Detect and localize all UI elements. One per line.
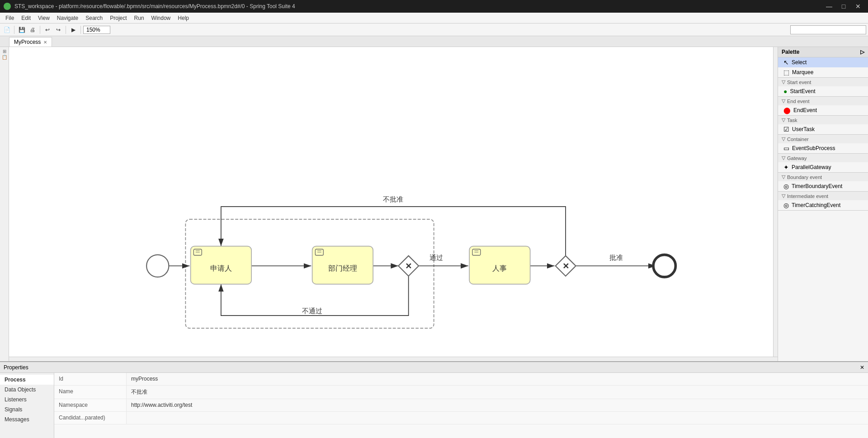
end-event-label: EndEvent <box>793 107 817 113</box>
timer-boundary-event-item[interactable]: ◎ TimerBoundaryEvent <box>778 181 868 191</box>
boundary-event-header[interactable]: ▽ Boundary event <box>778 173 868 181</box>
palette-expand-icon[interactable]: ▷ <box>860 49 864 55</box>
close-button[interactable]: ✕ <box>852 2 864 11</box>
palette-panel: Palette ▷ ↖ Select ⬚ Marquee ▽ Start eve… <box>778 47 868 361</box>
gateway-header-label: Gateway <box>787 155 807 161</box>
prop-tab-process[interactable]: Process <box>0 375 54 385</box>
undo-button[interactable]: ↩ <box>42 25 52 35</box>
task-bumenjingli-label: 部门经理 <box>328 264 357 272</box>
end-event-header[interactable]: ▽ End event <box>778 97 868 105</box>
task-section: ▽ Task ☑ UserTask <box>778 116 868 135</box>
prop-label-candidat: Candidat...parated) <box>54 412 127 424</box>
new-button[interactable]: 📄 <box>2 25 12 35</box>
marquee-tool[interactable]: ⬚ Marquee <box>778 67 868 77</box>
vertical-scrollbar[interactable] <box>773 47 778 357</box>
prop-value-id[interactable]: myProcess <box>127 373 868 385</box>
task-header[interactable]: ▽ Task <box>778 116 868 124</box>
tab-myprocess[interactable]: MyProcess ✕ <box>9 37 52 47</box>
maximize-button[interactable]: □ <box>837 2 850 11</box>
end-event-collapse-icon: ▽ <box>782 98 785 104</box>
timer-catching-icon: ◎ <box>783 202 789 209</box>
menu-item-run[interactable]: Run <box>131 14 148 22</box>
close-properties-icon[interactable]: ✕ <box>860 364 864 371</box>
end-event-item[interactable]: ⬤ EndEvent <box>778 105 868 115</box>
start-event-icon: ● <box>783 88 787 95</box>
palette-title: Palette <box>782 49 799 55</box>
menubar: FileEditViewNavigateSearchProjectRunWind… <box>0 13 868 24</box>
horizontal-scrollbar[interactable] <box>9 357 778 361</box>
flow-label-pizhun: 批准 <box>609 254 623 261</box>
parallel-gateway-item[interactable]: ✦ ParallelGateway <box>778 162 868 172</box>
prop-tab-signals[interactable]: Signals <box>0 405 54 414</box>
palette-header: Palette ▷ <box>778 47 868 57</box>
menu-item-project[interactable]: Project <box>106 14 130 22</box>
start-event-shape[interactable] <box>146 255 169 277</box>
end-event-header-label: End event <box>787 99 810 104</box>
prop-row-name: Name 不批准 <box>54 386 868 399</box>
toolbar-separator-2 <box>40 26 40 34</box>
prop-tab-data-objects[interactable]: Data Objects <box>0 385 54 395</box>
redo-button[interactable]: ↪ <box>53 25 63 35</box>
boundary-event-collapse-icon: ▽ <box>782 174 785 180</box>
diagram-svg: 通过 批准 不通过 不批准 申请人 部门经理 <box>9 47 778 361</box>
menu-item-navigate[interactable]: Navigate <box>53 14 82 22</box>
menu-item-view[interactable]: View <box>34 14 53 22</box>
intermediate-event-header-label: Intermediate event <box>787 193 828 199</box>
timer-catching-event-item[interactable]: ◎ TimerCatchingEvent <box>778 200 868 210</box>
menu-item-window[interactable]: Window <box>148 14 175 22</box>
bottom-toolbar: Properties ✕ <box>0 362 868 373</box>
menu-item-help[interactable]: Help <box>174 14 193 22</box>
gateway-collapse-icon: ▽ <box>782 155 785 161</box>
prop-value-namespace[interactable]: http://www.activiti.org/test <box>127 399 868 411</box>
titlebar: STS_workspace - platform:/resource/flowa… <box>0 0 868 13</box>
timer-boundary-icon: ◎ <box>783 183 789 190</box>
quick-access-input[interactable] <box>790 25 866 34</box>
prop-label-namespace: Namespace <box>54 399 127 411</box>
end-event-shape[interactable] <box>653 255 675 277</box>
prop-value-candidat[interactable] <box>127 412 868 424</box>
gateway2-icon: ✕ <box>562 262 569 271</box>
prop-row-candidat: Candidat...parated) <box>54 412 868 424</box>
gateway-header[interactable]: ▽ Gateway <box>778 154 868 162</box>
zoom-level[interactable]: 150% <box>83 26 110 34</box>
start-event-collapse-icon: ▽ <box>782 79 785 85</box>
start-event-label: StartEvent <box>790 88 815 94</box>
prop-value-name[interactable]: 不批准 <box>127 386 868 399</box>
toolbar-separator-3 <box>66 26 66 34</box>
prop-label-name: Name <box>54 386 127 399</box>
minimize-button[interactable]: — <box>823 2 835 11</box>
prop-tab-listeners[interactable]: Listeners <box>0 395 54 405</box>
menu-item-edit[interactable]: Edit <box>18 14 34 22</box>
print-button[interactable]: 🖨 <box>28 25 38 35</box>
bottom-panel: Properties ✕ Process Data Objects Listen… <box>0 361 868 438</box>
start-event-header[interactable]: ▽ Start event <box>778 78 868 86</box>
gateway1-icon: ✕ <box>405 262 412 271</box>
task-header-label: Task <box>787 118 797 123</box>
select-icon: ↖ <box>783 59 789 66</box>
prop-tab-messages[interactable]: Messages <box>0 414 54 424</box>
intermediate-event-header[interactable]: ▽ Intermediate event <box>778 192 868 200</box>
sidebar-icon-2: 📋 <box>2 55 7 60</box>
tab-close-icon[interactable]: ✕ <box>43 40 47 45</box>
container-header-label: Container <box>787 137 809 142</box>
event-subprocess-item[interactable]: ▭ EventSubProcess <box>778 143 868 153</box>
left-sidebar: ⊞ 📋 <box>0 47 9 361</box>
container-section: ▽ Container ▭ EventSubProcess <box>778 135 868 154</box>
flow-label-bupizhun: 不批准 <box>383 196 404 203</box>
intermediate-event-section: ▽ Intermediate event ◎ TimerCatchingEven… <box>778 192 868 211</box>
flow-label-butonguo: 不通过 <box>302 307 322 315</box>
start-event-item[interactable]: ● StartEvent <box>778 86 868 96</box>
save-button[interactable]: 💾 <box>17 25 27 35</box>
container-header[interactable]: ▽ Container <box>778 135 868 143</box>
end-event-section: ▽ End event ⬤ EndEvent <box>778 97 868 116</box>
boundary-event-section: ▽ Boundary event ◎ TimerBoundaryEvent <box>778 173 868 192</box>
user-task-item[interactable]: ☑ UserTask <box>778 124 868 134</box>
titlebar-text: STS_workspace - platform:/resource/flowa… <box>14 3 819 9</box>
start-event-header-label: Start event <box>787 80 811 85</box>
run-button[interactable]: ▶ <box>68 25 78 35</box>
menu-item-search[interactable]: Search <box>82 14 106 22</box>
diagram-canvas[interactable]: 通过 批准 不通过 不批准 申请人 部门经理 <box>9 47 778 361</box>
select-tool[interactable]: ↖ Select <box>778 57 868 67</box>
menu-item-file[interactable]: File <box>2 14 18 22</box>
flow-label-tongguo: 通过 <box>429 254 443 261</box>
